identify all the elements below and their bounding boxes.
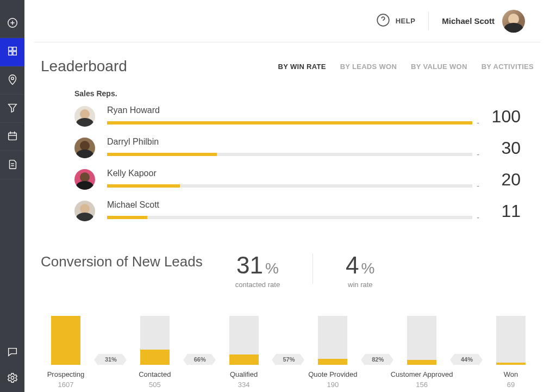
stage-fill [140, 350, 170, 365]
rep-row: Darryl Philbin - 30 [74, 137, 521, 159]
stage-bar [407, 316, 436, 365]
arrow-label: 31% [98, 354, 122, 365]
funnel-arrow: 57% [276, 354, 300, 365]
rep-dash: - [477, 213, 479, 222]
rep-bar-track [107, 216, 472, 219]
rep-bar-fill [107, 121, 472, 125]
stage-count: 156 [416, 381, 428, 389]
rep-avatar [74, 138, 95, 158]
leaderboard-title: Leaderboard [41, 58, 127, 75]
funnel-arrow: 82% [365, 354, 389, 365]
rep-row: Ryan Howard - 100 [74, 105, 521, 127]
funnel-stage: Quote Provided 190 [315, 316, 350, 389]
rep-avatar [74, 201, 95, 221]
stage-count: 69 [507, 381, 515, 389]
funnel-stage: Won 69 [493, 316, 528, 389]
rep-row: Michael Scott - 11 [74, 200, 521, 222]
stage-count: 505 [149, 381, 161, 389]
stage-bar [140, 316, 170, 365]
rep-bar-track [107, 184, 472, 188]
stage-count: 1607 [58, 381, 74, 389]
stage-count: 334 [238, 381, 250, 389]
tab-value-won[interactable]: BY VALUE WON [411, 63, 467, 71]
win-rate-label: win rate [346, 281, 374, 289]
arrow-label: 44% [454, 354, 478, 365]
svg-point-15 [11, 376, 14, 379]
stage-bar [51, 316, 80, 365]
rep-value: 11 [486, 201, 521, 221]
avatar [502, 10, 525, 33]
contacted-rate-label: contacted rate [235, 281, 280, 289]
svg-rect-9 [8, 133, 16, 140]
svg-rect-5 [8, 51, 11, 54]
stage-bar [496, 316, 526, 365]
sidebar-item-filter[interactable] [0, 95, 24, 123]
pct-symbol: % [361, 260, 375, 277]
win-rate-metric: 4% win rate [346, 253, 374, 289]
svg-point-7 [11, 77, 14, 79]
stage-label: Prospecting [47, 370, 85, 378]
reps-header: Sales Reps. [74, 89, 534, 98]
stage-fill [407, 360, 436, 365]
tab-win-rate[interactable]: BY WIN RATE [278, 63, 326, 71]
rep-row: Kelly Kapoor - 20 [74, 169, 521, 190]
sidebar-item-settings[interactable] [0, 366, 24, 392]
rep-bar-track [107, 121, 472, 125]
filter-icon [7, 102, 18, 116]
funnel-stage: Qualified 334 [227, 316, 261, 389]
rep-value: 20 [486, 170, 521, 190]
sidebar-item-add[interactable] [0, 10, 24, 38]
leaderboard-tabs: BY WIN RATE BY LEADS WON BY VALUE WON BY… [278, 63, 534, 71]
tab-leads-won[interactable]: BY LEADS WON [340, 63, 397, 71]
rep-bar-fill [107, 184, 180, 188]
rep-dash: - [477, 182, 479, 190]
svg-rect-4 [12, 47, 16, 50]
contacted-rate-value: 31 [236, 252, 263, 278]
document-icon [7, 158, 18, 172]
funnel-arrow: 66% [188, 354, 211, 365]
funnel-chart: Prospecting 1607 31% Contacted 505 66% Q… [41, 289, 534, 389]
rep-name: Ryan Howard [107, 105, 479, 115]
svg-marker-8 [8, 104, 16, 112]
tab-activities[interactable]: BY ACTIVITIES [482, 63, 534, 71]
stage-fill [496, 363, 526, 365]
stage-label: Quote Provided [308, 370, 357, 378]
arrow-label: 82% [365, 354, 389, 365]
sidebar-item-dashboard[interactable] [0, 38, 24, 66]
calendar-icon [7, 130, 18, 144]
conversion-title: Conversion of New Leads [41, 253, 203, 270]
rep-bar-track [107, 153, 472, 156]
stage-fill [318, 359, 347, 365]
rep-dash: - [477, 150, 479, 159]
pct-symbol: % [265, 260, 279, 277]
gear-icon [7, 372, 18, 386]
win-rate-value: 4 [346, 252, 359, 278]
user-menu[interactable]: Michael Scott [442, 10, 525, 33]
sidebar-item-chat[interactable] [0, 340, 24, 366]
rep-name: Darryl Philbin [107, 137, 479, 147]
header-divider [428, 12, 429, 30]
chat-icon [7, 346, 18, 360]
stage-label: Won [504, 370, 518, 378]
rep-bar-fill [107, 216, 147, 219]
rep-dash: - [477, 119, 479, 127]
arrow-label: 66% [188, 354, 211, 365]
stage-bar [229, 316, 259, 365]
sidebar-item-document[interactable] [0, 151, 24, 179]
pin-icon [7, 73, 18, 88]
rep-name: Kelly Kapoor [107, 169, 479, 178]
help-button[interactable]: HELP [376, 13, 416, 29]
stage-count: 190 [327, 381, 339, 389]
sidebar-item-calendar[interactable] [0, 123, 24, 151]
rep-bar-fill [107, 153, 217, 156]
stage-fill [51, 316, 80, 365]
funnel-arrow: 44% [454, 354, 478, 365]
rep-value: 30 [486, 138, 521, 158]
funnel-stage: Customer Approved 156 [404, 316, 439, 389]
sidebar-item-location[interactable] [0, 66, 24, 95]
user-name: Michael Scott [442, 16, 495, 26]
stage-fill [229, 354, 259, 365]
rep-avatar [74, 169, 95, 190]
contacted-rate-metric: 31% contacted rate [235, 253, 280, 289]
rep-value: 100 [486, 107, 521, 127]
